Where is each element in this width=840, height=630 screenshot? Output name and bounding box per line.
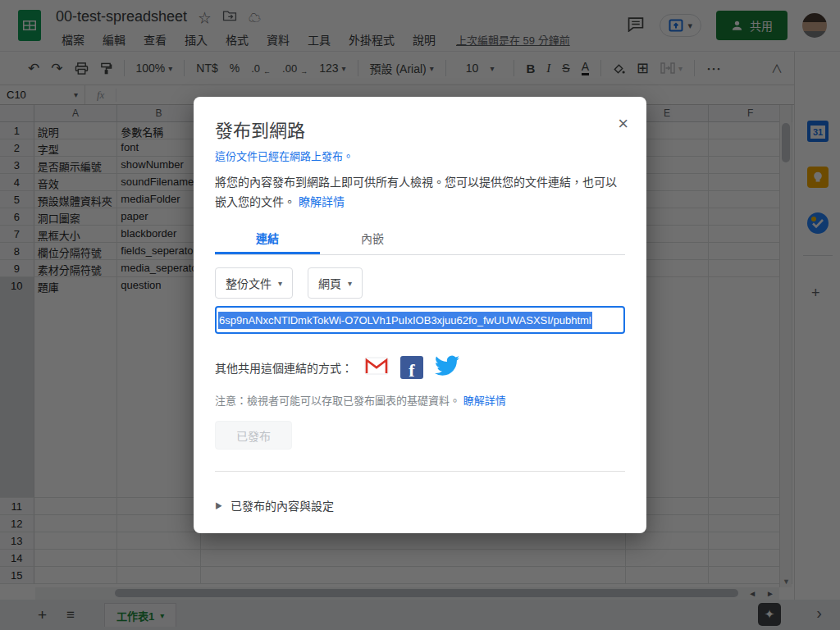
twitter-share-icon[interactable]	[435, 355, 459, 379]
share-methods-label: 其他共用這個連結的方式：	[215, 359, 353, 376]
facebook-share-icon[interactable]: f	[400, 356, 423, 379]
published-link-selected-text: 6sp9nANxcNTlDmkTokWi-O7OLVh1PuIxIOB3xjuu…	[218, 312, 592, 329]
close-icon[interactable]: ×	[618, 115, 628, 133]
published-link-input[interactable]: 6sp9nANxcNTlDmkTokWi-O7OLVh1PuIxIOB3xjuu…	[215, 306, 625, 334]
twitter-bird-glyph	[435, 355, 459, 376]
expander-label: 已發布的內容與設定	[231, 497, 334, 514]
dialog-body-text: 將您的內容發布到網路上即可供所有人檢視。您可以提供您的文件連結，也可以嵌入您的文…	[215, 172, 627, 212]
note-learn-more-link[interactable]: 瞭解詳情	[463, 395, 506, 407]
gmail-share-icon[interactable]	[364, 357, 389, 378]
expander-arrow-icon: ▶	[215, 500, 222, 511]
format-dropdown-value: 網頁	[318, 275, 341, 291]
gmail-glyph	[364, 357, 389, 375]
dialog-title: 發布到網路	[215, 116, 305, 142]
dialog-body-main: 將您的內容發布到網路上即可供所有人檢視。您可以提供您的文件連結，也可以嵌入您的文…	[215, 176, 617, 208]
facebook-f-glyph: f	[409, 363, 414, 379]
learn-more-link[interactable]: 瞭解詳情	[299, 195, 345, 208]
tab-embed[interactable]: 內嵌	[320, 223, 425, 254]
dialog-tabs: 連結 內嵌	[215, 223, 625, 255]
format-dropdown[interactable]: 網頁 ▾	[308, 267, 363, 299]
publish-to-web-dialog: 發布到網路 × 這份文件已經在網路上發布。 將您的內容發布到網路上即可供所有人檢…	[194, 97, 646, 533]
note-text: 注意：檢視者可能可以存取已發布圖表的基礎資料。	[215, 395, 460, 407]
dialog-note: 注意：檢視者可能可以存取已發布圖表的基礎資料。 瞭解詳情	[215, 392, 506, 408]
published-button-disabled[interactable]: 已發布	[215, 421, 292, 450]
format-dropdown-caret-icon: ▾	[348, 279, 352, 288]
content-dropdown-caret-icon: ▾	[278, 279, 282, 288]
content-dropdown[interactable]: 整份文件 ▾	[215, 267, 293, 299]
content-dropdown-value: 整份文件	[226, 275, 272, 291]
dialog-divider	[215, 471, 625, 472]
published-content-expander[interactable]: ▶ 已發布的內容與設定	[215, 497, 334, 514]
published-status-text: 這份文件已經在網路上發布。	[215, 148, 354, 163]
tab-link[interactable]: 連結	[215, 223, 320, 254]
